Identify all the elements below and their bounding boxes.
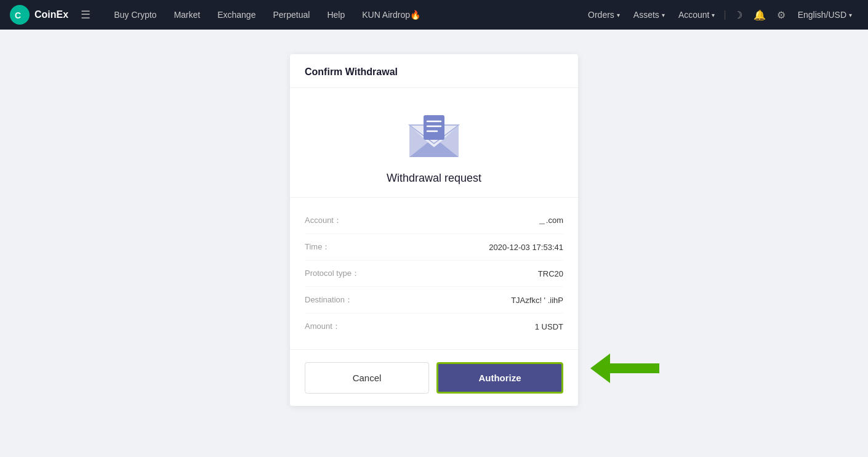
account-label: Account：	[305, 215, 342, 226]
detail-row-account: Account： ＿.com	[305, 208, 563, 234]
destination-value: TJAzfkc! ' .iihP	[511, 296, 563, 305]
nav-links: Buy Crypto Market Exchange Perpetual Hel…	[105, 0, 582, 30]
nav-orders[interactable]: Orders ▾	[582, 0, 626, 30]
svg-text:C: C	[15, 10, 21, 20]
nav-divider: |	[722, 9, 727, 20]
confirm-withdrawal-modal: Confirm Withdrawal	[290, 54, 578, 406]
nav-account[interactable]: Account ▾	[672, 0, 721, 30]
nav-assets[interactable]: Assets ▾	[627, 0, 671, 30]
cancel-button[interactable]: Cancel	[305, 362, 429, 394]
protocol-value: TRC20	[538, 269, 563, 278]
nav-buy-crypto[interactable]: Buy Crypto	[105, 0, 165, 30]
arrow-shaft	[610, 363, 659, 373]
nav-help[interactable]: Help	[318, 0, 353, 30]
navbar: C CoinEx ☰ Buy Crypto Market Exchange Pe…	[0, 0, 868, 30]
nav-right: Orders ▾ Assets ▾ Account ▾ | ☽ 🔔 ⚙ Engl…	[582, 0, 858, 30]
modal-details: Account： ＿.com Time： 2020-12-03 17:53:41…	[290, 198, 578, 350]
nav-exchange[interactable]: Exchange	[209, 0, 264, 30]
amount-value: 1 USDT	[535, 322, 563, 331]
detail-row-time: Time： 2020-12-03 17:53:41	[305, 234, 563, 261]
detail-row-protocol: Protocol type： TRC20	[305, 261, 563, 287]
arrow-indicator	[590, 354, 659, 383]
svg-rect-6	[424, 115, 444, 140]
withdrawal-request-label: Withdrawal request	[387, 172, 481, 185]
time-label: Time：	[305, 241, 330, 253]
nav-kun-airdrop[interactable]: KUN Airdrop🔥	[353, 0, 429, 30]
protocol-label: Protocol type：	[305, 268, 360, 279]
modal-title: Confirm Withdrawal	[305, 67, 398, 77]
hamburger-icon[interactable]: ☰	[81, 8, 90, 22]
detail-row-destination: Destination： TJAzfkc! ' .iihP	[305, 287, 563, 313]
logo[interactable]: C CoinEx	[10, 5, 68, 25]
nav-market[interactable]: Market	[165, 0, 209, 30]
logo-text: CoinEx	[34, 9, 68, 20]
nav-language[interactable]: English/USD ▾	[792, 0, 858, 30]
settings-icon[interactable]: ⚙	[772, 0, 790, 30]
account-value: ＿.com	[538, 215, 563, 226]
modal-header: Confirm Withdrawal	[290, 54, 578, 88]
main-content: Confirm Withdrawal	[0, 30, 868, 457]
modal-icon-section: Withdrawal request	[290, 88, 578, 198]
modal-footer: Cancel Authorize	[290, 350, 578, 406]
theme-icon[interactable]: ☽	[729, 0, 747, 30]
destination-label: Destination：	[305, 294, 353, 305]
amount-label: Amount：	[305, 321, 340, 332]
withdrawal-email-icon	[406, 113, 462, 162]
green-arrow	[590, 354, 659, 383]
notification-icon[interactable]: 🔔	[749, 0, 771, 30]
time-value: 2020-12-03 17:53:41	[489, 243, 563, 252]
detail-row-amount: Amount： 1 USDT	[305, 313, 563, 339]
nav-perpetual[interactable]: Perpetual	[264, 0, 318, 30]
email-icon-wrapper	[406, 113, 462, 162]
authorize-button[interactable]: Authorize	[436, 362, 563, 394]
arrow-head-icon	[590, 354, 610, 383]
